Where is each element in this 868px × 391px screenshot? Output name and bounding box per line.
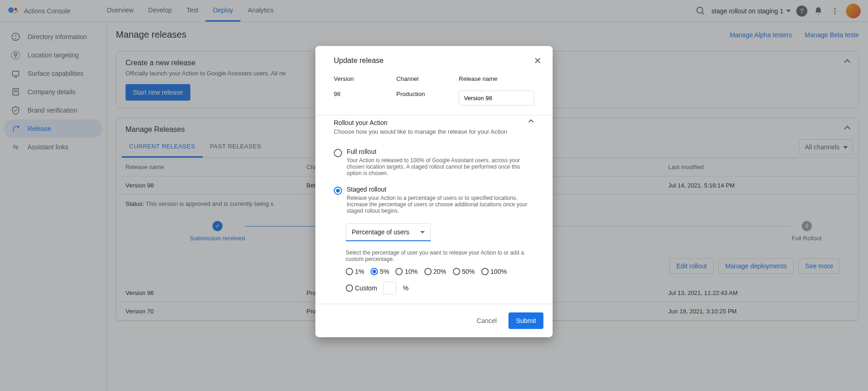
update-release-dialog: Update release ✕ Version 98 Channel Prod… (315, 46, 553, 337)
percentage-options: 1%5%10%20%50%100%Custom% (346, 268, 534, 295)
custom-pct-input[interactable] (383, 282, 396, 295)
chevron-up-icon[interactable] (528, 119, 534, 123)
submit-button[interactable]: Submit (508, 312, 543, 329)
version-value: 98 (334, 91, 392, 97)
pct-suffix: % (403, 284, 408, 292)
staged-rollout-radio[interactable] (334, 187, 342, 195)
full-rollout-label: Full rollout (347, 148, 534, 155)
full-rollout-desc: Your Action is released to 100% of Googl… (347, 157, 534, 176)
version-label: Version (334, 75, 392, 82)
staged-rollout-desc: Release your Action to a percentage of u… (347, 195, 534, 214)
pct-option-50pct[interactable]: 50% (453, 268, 475, 275)
pct-option-100pct[interactable]: 100% (481, 268, 507, 275)
channel-value: Production (396, 91, 454, 97)
close-icon[interactable]: ✕ (534, 55, 542, 66)
full-rollout-radio[interactable] (334, 149, 342, 157)
release-name-label: Release name (459, 75, 534, 82)
modal-overlay: Update release ✕ Version 98 Channel Prod… (0, 0, 868, 391)
pct-option-1pct[interactable]: 1% (346, 268, 364, 275)
percentage-help-text: Select the percentage of user you want t… (346, 249, 534, 262)
pct-option-20pct[interactable]: 20% (424, 268, 446, 275)
channel-label: Channel (396, 75, 454, 82)
rollout-section-subtitle: Choose how you would like to manage the … (334, 128, 507, 135)
release-name-input[interactable] (459, 91, 534, 106)
pct-option-custom[interactable]: Custom (346, 284, 377, 292)
staged-rollout-label: Staged rollout (347, 186, 534, 193)
pct-option-5pct[interactable]: 5% (371, 268, 389, 275)
dialog-title: Update release (334, 57, 384, 65)
rollout-section-title: Rollout your Action (334, 119, 507, 126)
pct-option-10pct[interactable]: 10% (395, 268, 417, 275)
rollout-type-dropdown[interactable]: Percentage of users (346, 223, 431, 241)
cancel-button[interactable]: Cancel (471, 312, 503, 329)
